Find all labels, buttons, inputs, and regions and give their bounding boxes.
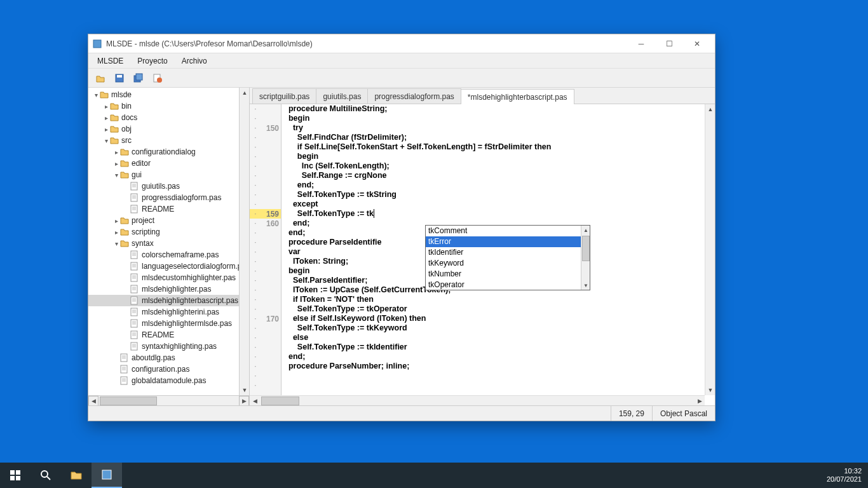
tree-item-label: docs [121,113,137,122]
tree-item[interactable]: ▾src [88,135,249,146]
tree-item[interactable]: mlsdehighlighterbascript.pas [88,295,249,306]
editor-tab[interactable]: *mlsdehighlighterbascript.pas [461,89,574,104]
scroll-up-icon[interactable]: ▲ [581,226,590,234]
app-icon [92,39,102,49]
tree-item[interactable]: languageselectordialogform.p [88,261,249,272]
maximize-button[interactable]: ☐ [655,34,683,53]
svg-rect-39 [131,308,137,316]
tree-item-label: configurationdialog [132,147,196,156]
editor-tab[interactable]: guiutils.pas [316,88,368,104]
save-icon[interactable] [112,71,126,85]
scroll-up-icon[interactable]: ▲ [705,104,715,114]
tree-item-label: project [132,216,154,225]
scroll-right-icon[interactable]: ▶ [695,396,705,405]
scroll-up-icon[interactable]: ▲ [240,88,250,98]
tree-item[interactable]: ▾mlsde [88,89,249,100]
start-button[interactable] [0,463,31,488]
file-explorer-icon[interactable] [61,463,92,488]
titlebar[interactable]: MLSDE - mlsde (C:\Users\Profesor Momar\D… [88,34,715,53]
tree-item[interactable]: mlsdehighlighterini.pas [88,306,249,318]
tree-item-label: mlsdecustomhighlighter.pas [142,273,236,282]
tree-item[interactable]: ▸project [88,215,249,226]
taskbar-clock[interactable]: 10:32 20/07/2021 [820,467,868,484]
search-icon[interactable] [31,463,61,488]
scroll-left-icon[interactable]: ◀ [88,396,98,405]
svg-rect-67 [10,470,15,475]
tree-item[interactable]: syntaxhighlighting.pas [88,341,249,352]
editor-vscrollbar[interactable]: ▲ ▼ [705,104,715,395]
taskbar[interactable]: 10:32 20/07/2021 [0,463,868,488]
scroll-down-icon[interactable]: ▼ [705,385,715,395]
tree-item-label: languageselectordialogform.p [142,262,241,271]
tree-item[interactable]: ▸bin [88,100,249,112]
svg-rect-11 [131,194,137,201]
tree-item-label: mlsdehighlighter.pas [142,285,211,294]
tree-hscrollbar[interactable]: ◀ ▶ [88,395,249,405]
tree-item[interactable]: progressdialogform.pas [88,192,249,203]
taskbar-app-mlsde[interactable] [92,463,122,488]
svg-rect-19 [131,251,137,259]
editor-gutter[interactable]: ···150·········159·160··········170·····… [250,104,281,395]
svg-rect-43 [131,320,137,327]
tree-item[interactable]: ▸obj [88,123,249,135]
autocomplete-item[interactable]: tkOperator [426,280,581,290]
tree-item[interactable]: aboutdlg.pas [88,352,249,363]
svg-line-72 [47,477,50,480]
tree-item-label: mlsdehighlighterini.pas [142,308,219,316]
editor-tab[interactable]: progressdialogform.pas [367,88,461,104]
minimize-button[interactable]: ─ [627,34,655,53]
tree-vscrollbar[interactable]: ▲ ▼ [239,88,249,395]
tree-item[interactable]: ▸scripting [88,226,249,238]
tree-item-label: guiutils.pas [142,182,180,191]
autocomplete-popup[interactable]: tkCommenttkErrortkIdentifiertkKeywordtkN… [425,225,590,290]
tree-item[interactable]: ▸configurationdialog [88,146,249,158]
open-icon[interactable] [93,71,107,85]
project-tree[interactable]: ▾mlsde▸bin▸docs▸obj▾src▸configurationdia… [88,88,249,395]
tree-item[interactable]: mlsdehighlightermlsde.pas [88,318,249,329]
tree-item[interactable]: colorschemaframe.pas [88,249,249,261]
editor[interactable]: ···150·········159·160··········170·····… [250,104,715,405]
scrollbar-thumb[interactable] [582,236,590,261]
scroll-down-icon[interactable]: ▼ [581,281,590,290]
tree-item[interactable]: mlsdecustomhighlighter.pas [88,272,249,283]
scrollbar-thumb[interactable] [100,396,157,405]
close-button[interactable]: ✕ [683,34,711,53]
tree-item[interactable]: guiutils.pas [88,180,249,192]
language-mode[interactable]: Object Pascal [652,406,715,421]
editor-hscrollbar[interactable]: ◀ ▶ [250,395,705,405]
menu-proyecto[interactable]: Proyecto [135,55,170,67]
close-doc-icon[interactable] [151,71,165,85]
scroll-left-icon[interactable]: ◀ [250,396,260,405]
autocomplete-item[interactable]: tkKeyword [426,258,581,269]
tree-item[interactable]: ▸editor [88,158,249,169]
autocomplete-scrollbar[interactable]: ▲ ▼ [581,226,590,290]
autocomplete-item[interactable]: tkError [426,236,581,247]
tree-item[interactable]: README [88,329,249,341]
tree-item-label: mlsdehighlightermlsde.pas [142,319,232,328]
svg-rect-27 [131,274,137,281]
tree-item[interactable]: ▸docs [88,112,249,123]
tree-item-label: gui [132,170,142,179]
menu-archivo[interactable]: Archivo [179,55,210,67]
save-all-icon[interactable] [132,71,146,85]
editor-tab[interactable]: scriptguilib.pas [252,88,316,104]
scroll-right-icon[interactable]: ▶ [239,396,249,405]
autocomplete-item[interactable]: tkComment [426,226,581,236]
tree-item[interactable]: globaldatamodule.pas [88,375,249,386]
tree-item[interactable]: configuration.pas [88,363,249,375]
tree-item[interactable]: README [88,203,249,215]
tree-item-label: README [142,330,174,339]
scroll-down-icon[interactable]: ▼ [240,385,250,395]
tree-item[interactable]: ▾gui [88,169,249,180]
svg-rect-35 [131,297,137,304]
tree-item[interactable]: ▾syntax [88,238,249,249]
clock-time: 10:32 [827,467,862,475]
tree-item-label: bin [121,102,132,111]
menu-mlsde[interactable]: MLSDE [95,55,126,67]
tree-item[interactable]: mlsdehighlighter.pas [88,283,249,295]
autocomplete-item[interactable]: tkNumber [426,269,581,280]
svg-point-6 [157,78,162,83]
scrollbar-thumb[interactable] [261,396,299,405]
autocomplete-item[interactable]: tkIdentifier [426,247,581,258]
app-window: MLSDE - mlsde (C:\Users\Profesor Momar\D… [88,34,715,421]
